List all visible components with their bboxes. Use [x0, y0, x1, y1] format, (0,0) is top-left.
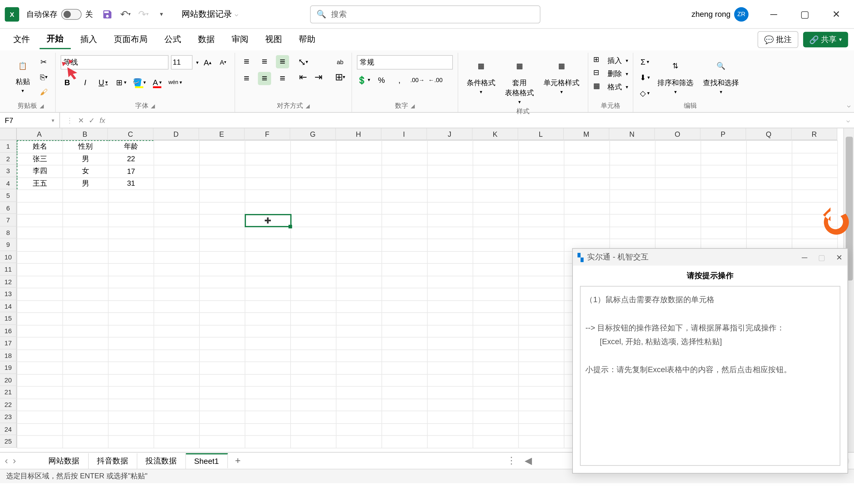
cell[interactable] — [199, 349, 245, 362]
cell[interactable] — [63, 264, 108, 276]
cell[interactable] — [17, 313, 63, 325]
cell[interactable] — [518, 177, 564, 190]
cell[interactable] — [154, 337, 199, 349]
cell[interactable] — [427, 325, 473, 337]
clear-button[interactable]: ◇ ▾ — [638, 86, 652, 100]
cell[interactable] — [382, 141, 427, 153]
cell[interactable] — [63, 411, 108, 423]
cell[interactable] — [245, 165, 290, 178]
cell[interactable] — [291, 313, 336, 325]
cell[interactable] — [518, 423, 564, 436]
cell[interactable] — [63, 423, 108, 436]
cell[interactable] — [427, 398, 473, 411]
cell[interactable] — [518, 239, 564, 251]
border-button[interactable]: ⊞▾ — [114, 76, 128, 89]
column-header[interactable]: M — [564, 128, 609, 140]
bold-button[interactable]: B — [60, 76, 74, 89]
cell[interactable] — [199, 288, 245, 300]
scroll-left-button[interactable]: ◀ — [524, 455, 532, 466]
cell[interactable] — [245, 362, 290, 374]
sheet-tab-1[interactable]: 抖音数据 — [88, 453, 137, 469]
cell[interactable]: ✚ — [245, 214, 290, 227]
column-header[interactable]: H — [336, 128, 381, 140]
italic-button[interactable]: I — [79, 76, 92, 89]
cell[interactable] — [518, 300, 564, 313]
cell[interactable] — [291, 423, 336, 436]
align-center-button[interactable]: ≡ — [258, 72, 271, 85]
cell[interactable] — [63, 349, 108, 362]
cell[interactable] — [382, 288, 427, 300]
cell[interactable] — [518, 386, 564, 399]
find-select-button[interactable]: 🔍 查找和选择 ▾ — [699, 55, 743, 95]
cell[interactable] — [17, 349, 63, 362]
cell[interactable] — [108, 227, 154, 239]
tab-home[interactable]: 开始 — [40, 30, 71, 49]
font-name-select[interactable] — [60, 55, 168, 70]
cell[interactable] — [473, 264, 518, 276]
cell[interactable] — [336, 374, 382, 386]
cell[interactable] — [382, 325, 427, 337]
user-menu[interactable]: zheng rong ZR — [692, 7, 748, 21]
orientation-button[interactable]: ⤡▾ — [296, 55, 309, 68]
dialog-launcher-icon[interactable]: ◢ — [411, 103, 415, 109]
cell[interactable] — [199, 214, 245, 227]
cell[interactable] — [108, 276, 154, 288]
cell[interactable] — [291, 386, 336, 399]
cell[interactable] — [382, 153, 427, 165]
cell[interactable] — [336, 313, 382, 325]
prev-sheet-button[interactable]: ‹ — [5, 455, 8, 466]
row-header[interactable]: 16 — [0, 325, 17, 337]
cell[interactable] — [199, 153, 245, 165]
cell[interactable] — [382, 214, 427, 227]
cell[interactable] — [291, 153, 336, 165]
cell[interactable] — [336, 165, 382, 178]
cell[interactable] — [108, 300, 154, 313]
cell[interactable] — [336, 190, 382, 202]
cell[interactable] — [108, 398, 154, 411]
cell[interactable] — [427, 337, 473, 349]
row-header[interactable]: 22 — [0, 398, 17, 411]
cell[interactable]: 男 — [63, 153, 108, 165]
tab-formulas[interactable]: 公式 — [157, 31, 189, 49]
cell[interactable] — [792, 141, 837, 153]
cell[interactable] — [17, 300, 63, 313]
cell[interactable] — [701, 214, 746, 227]
cell[interactable] — [154, 239, 199, 251]
cell[interactable] — [655, 153, 701, 165]
cell[interactable] — [518, 349, 564, 362]
redo-icon[interactable]: ↷ ▾ — [137, 8, 149, 20]
column-header[interactable]: N — [609, 128, 655, 140]
cell[interactable] — [154, 374, 199, 386]
cell[interactable] — [245, 411, 290, 423]
cell[interactable] — [609, 177, 655, 190]
cell[interactable] — [609, 165, 655, 178]
cell[interactable] — [609, 190, 655, 202]
cell[interactable] — [63, 214, 108, 227]
cell[interactable] — [291, 362, 336, 374]
cell[interactable] — [473, 190, 518, 202]
align-middle-button[interactable]: ≡ — [258, 55, 271, 68]
cell[interactable] — [17, 214, 63, 227]
cell[interactable] — [792, 190, 837, 202]
cell[interactable] — [245, 386, 290, 399]
cell[interactable] — [17, 398, 63, 411]
cell[interactable] — [199, 398, 245, 411]
cell[interactable] — [518, 141, 564, 153]
cell[interactable] — [473, 251, 518, 264]
percent-button[interactable]: % — [375, 73, 388, 86]
cell[interactable] — [17, 264, 63, 276]
sheet-menu-button[interactable]: ⋮ — [506, 455, 516, 466]
cell[interactable] — [382, 313, 427, 325]
column-header[interactable]: P — [700, 128, 746, 140]
cell[interactable] — [564, 153, 609, 165]
cell[interactable] — [63, 313, 108, 325]
cell[interactable] — [473, 227, 518, 239]
cell[interactable] — [336, 423, 382, 436]
column-header[interactable]: O — [655, 128, 700, 140]
align-left-button[interactable]: ≡ — [240, 72, 253, 85]
cell[interactable] — [382, 411, 427, 423]
expand-formula-bar-button[interactable]: ⌵ — [842, 117, 854, 123]
cell[interactable] — [701, 141, 746, 153]
column-header[interactable]: D — [154, 128, 199, 140]
row-header[interactable]: 1 — [0, 140, 17, 152]
